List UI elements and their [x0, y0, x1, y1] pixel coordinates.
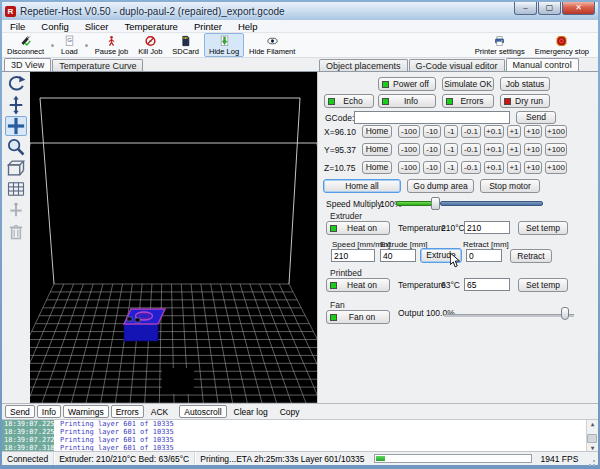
- y-jog--0.1[interactable]: -0.1: [461, 143, 481, 156]
- x-home-button[interactable]: Home: [362, 125, 392, 138]
- log-timestamp: 18:39:07.318: [2, 444, 54, 451]
- 3d-viewport[interactable]: [30, 72, 317, 403]
- z-home-button[interactable]: Home: [362, 161, 392, 174]
- log-filter-warnings[interactable]: Warnings: [63, 405, 109, 418]
- log-copy-button[interactable]: Copy: [275, 405, 305, 418]
- fit-printer-button[interactable]: [5, 179, 27, 199]
- retract-amount-input[interactable]: [466, 249, 502, 262]
- menu-help[interactable]: Help: [230, 21, 266, 32]
- y-home-button[interactable]: Home: [362, 143, 392, 156]
- z-jog--10[interactable]: -10: [423, 161, 441, 174]
- scroll-up-icon[interactable]: ▲: [591, 420, 595, 427]
- z-jog-+0.1[interactable]: +0.1: [484, 161, 504, 174]
- hide-filament-button[interactable]: Hide Filament: [244, 33, 300, 57]
- disconnect-button[interactable]: Disconnect: [2, 33, 49, 57]
- retract-button[interactable]: Retract: [510, 249, 552, 263]
- extruder-heat-on-button[interactable]: Heat on: [326, 221, 390, 235]
- log-filter-info[interactable]: Info: [37, 405, 61, 418]
- kill-job-button[interactable]: Kill Job: [133, 33, 167, 57]
- y-jog-+1[interactable]: +1: [507, 143, 521, 156]
- load-button[interactable]: G Load: [56, 33, 83, 57]
- z-jog-+10[interactable]: +10: [524, 161, 542, 174]
- x-jog-+100[interactable]: +100: [545, 125, 567, 138]
- hide-log-icon: [217, 35, 232, 47]
- maximize-button[interactable]: ▢: [538, 2, 561, 15]
- resize-grip[interactable]: [588, 457, 598, 467]
- emergency-stop-button[interactable]: Emergency stop: [530, 33, 594, 57]
- log-filter-ack[interactable]: ACK: [146, 405, 173, 418]
- sdcard-button[interactable]: SDCard: [167, 33, 204, 57]
- simulate-ok-button[interactable]: Simulate OK: [442, 77, 494, 91]
- power-off-button[interactable]: Power off: [378, 77, 436, 91]
- fan-slider-thumb[interactable]: [561, 307, 569, 320]
- printer-icon: [492, 35, 507, 47]
- extrude-amount-input[interactable]: [380, 249, 416, 262]
- scroll-down-icon[interactable]: ▼: [591, 444, 595, 451]
- printbed-set-temp-button[interactable]: Set temp: [518, 278, 568, 292]
- info-toggle[interactable]: Info: [378, 94, 436, 108]
- z-jog-+100[interactable]: +100: [545, 161, 567, 174]
- log-filter-errors[interactable]: Errors: [111, 405, 144, 418]
- y-jog--1[interactable]: -1: [444, 143, 458, 156]
- x-jog-+0.1[interactable]: +0.1: [484, 125, 504, 138]
- build-volume-wireframe: [30, 98, 317, 403]
- tab-temperature-curve[interactable]: Temperature Curve: [52, 59, 143, 71]
- echo-toggle[interactable]: Echo: [324, 94, 374, 108]
- speed-slider-thumb[interactable]: [431, 197, 440, 210]
- close-button[interactable]: ✕: [562, 2, 595, 15]
- menu-file[interactable]: File: [2, 21, 33, 32]
- fan-on-button[interactable]: Fan on: [326, 310, 390, 324]
- gcode-input[interactable]: [354, 111, 510, 124]
- minimize-button[interactable]: –: [514, 2, 537, 15]
- job-status-button[interactable]: Job status: [500, 77, 550, 91]
- printbed-target-temp-input[interactable]: [464, 278, 510, 291]
- x-jog--0.1[interactable]: -0.1: [461, 125, 481, 138]
- errors-toggle[interactable]: Errors: [442, 94, 494, 108]
- dry-run-toggle[interactable]: Dry run: [500, 94, 550, 108]
- z-jog--100[interactable]: -100: [398, 161, 420, 174]
- z-jog--0.1[interactable]: -0.1: [461, 161, 481, 174]
- tab-gcode-editor[interactable]: G-Code visual editor: [409, 59, 505, 71]
- menu-temperature[interactable]: Temperature: [117, 21, 186, 32]
- x-jog--1[interactable]: -1: [444, 125, 458, 138]
- y-jog-+100[interactable]: +100: [545, 143, 567, 156]
- scrollbar-thumb[interactable]: [587, 434, 597, 443]
- z-jog--1[interactable]: -1: [444, 161, 458, 174]
- move-viewpoint-button[interactable]: [5, 95, 27, 115]
- printed-object-brick[interactable]: [124, 309, 165, 341]
- x-jog--10[interactable]: -10: [423, 125, 441, 138]
- home-all-button[interactable]: Home all: [323, 179, 401, 193]
- printbed-heat-on-button[interactable]: Heat on: [326, 278, 390, 292]
- x-jog-+1[interactable]: +1: [507, 125, 521, 138]
- gcode-send-button[interactable]: Send: [516, 111, 556, 124]
- menu-config[interactable]: Config: [33, 21, 76, 32]
- z-jog-+1[interactable]: +1: [507, 161, 521, 174]
- go-dump-area-button[interactable]: Go dump area: [407, 179, 474, 193]
- tab-manual-control[interactable]: Manual control: [506, 58, 579, 71]
- stop-motor-button[interactable]: Stop motor: [480, 179, 540, 193]
- y-jog-+10[interactable]: +10: [524, 143, 542, 156]
- y-jog--100[interactable]: -100: [398, 143, 420, 156]
- menu-slicer[interactable]: Slicer: [77, 21, 117, 32]
- extruder-set-temp-button[interactable]: Set temp: [518, 221, 568, 235]
- rotate-view-button[interactable]: [5, 74, 27, 94]
- hide-log-button[interactable]: Hide Log: [204, 33, 244, 57]
- extruder-speed-input[interactable]: [331, 249, 375, 262]
- printer-settings-button[interactable]: Printer settings: [470, 33, 530, 57]
- log-filter-send[interactable]: Send: [5, 405, 35, 418]
- x-jog-+10[interactable]: +10: [524, 125, 542, 138]
- move-object-crosshair-button[interactable]: [5, 116, 27, 136]
- trash-icon: [6, 221, 26, 241]
- extruder-target-temp-input[interactable]: [464, 221, 510, 234]
- y-jog-+0.1[interactable]: +0.1: [484, 143, 504, 156]
- x-jog--100[interactable]: -100: [398, 125, 420, 138]
- zoom-view-button[interactable]: [5, 137, 27, 157]
- tab-3d-view[interactable]: 3D View: [4, 58, 51, 71]
- y-jog--10[interactable]: -10: [423, 143, 441, 156]
- pause-job-button[interactable]: Pause job: [90, 33, 133, 57]
- isometric-view-button[interactable]: [5, 158, 27, 178]
- menu-printer[interactable]: Printer: [186, 21, 230, 32]
- log-autoscroll-toggle[interactable]: Autoscroll: [179, 405, 226, 418]
- tab-object-placements[interactable]: Object placements: [319, 59, 408, 71]
- log-clear-button[interactable]: Clear log: [229, 405, 273, 418]
